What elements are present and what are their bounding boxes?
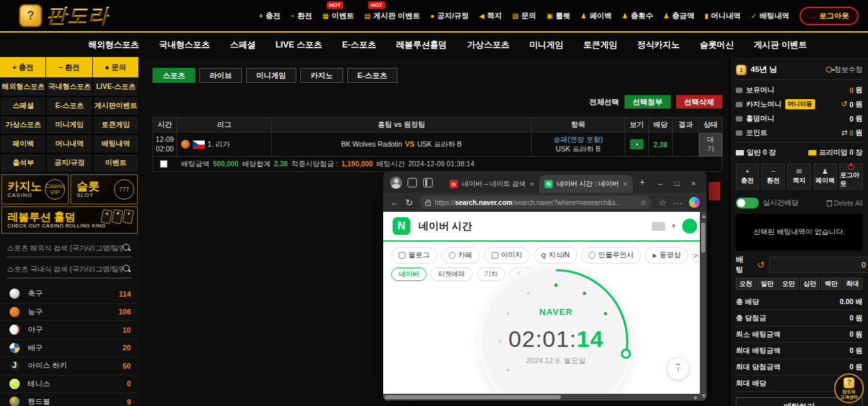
sidebar-item-payback[interactable]: 페이백 [0, 134, 46, 153]
top-menu-money-history[interactable]: ▮머니내역 [705, 11, 741, 21]
chevron-down-icon[interactable]: ▼ [671, 223, 677, 229]
workspaces-icon[interactable] [408, 178, 417, 187]
tab-close-icon[interactable]: × [623, 180, 627, 188]
sidebar-item-special[interactable]: 스페셜 [0, 96, 46, 115]
swap-icon[interactable]: ⇄ [841, 128, 847, 137]
tab-live[interactable]: 라이브 [199, 68, 242, 83]
sidebar-item-bet-history[interactable]: 배팅내역 [93, 134, 139, 153]
sidebar-inquiry-button[interactable]: ●문의 [93, 57, 139, 77]
keyboard-icon[interactable] [652, 222, 665, 231]
back-icon[interactable]: ← [390, 198, 399, 208]
top-menu-notice[interactable]: ●공지/규정 [430, 11, 469, 21]
sports-item-baseball[interactable]: 야구10 [0, 321, 139, 339]
holdem-banner[interactable]: 레볼루션 홀덤 CHECK OUT CASINO ROLLING KING ♠♥… [1, 206, 138, 234]
sidebar-item-virtual[interactable]: 가상스포츠 [0, 115, 46, 134]
search-icon[interactable] [123, 265, 131, 273]
nav-board-event[interactable]: 게시판 이벤트 [753, 39, 806, 51]
charge-button[interactable]: +충전 [736, 164, 759, 189]
close-button[interactable]: × [692, 179, 696, 187]
domestic-search-input[interactable] [7, 265, 123, 273]
money-move-button[interactable]: 머니이동 [785, 99, 815, 109]
top-menu-board-event[interactable]: HOT▤게시판 이벤트 [364, 11, 420, 21]
browser-popup-window[interactable]: n 네이버 – 네이트 검색 × N 네이버 시간 : 네이버 × + – □ … [383, 171, 707, 401]
nav-esports[interactable]: E-스포츠 [342, 39, 376, 51]
exchange-button[interactable]: −환전 [762, 164, 785, 189]
top-menu-event[interactable]: HOT▦이벤트 [323, 11, 354, 21]
nav-domestic-sports[interactable]: 국내형스포츠 [159, 39, 210, 51]
sidebar-item-esports[interactable]: E-스포츠 [46, 96, 92, 115]
top-menu-payback[interactable]: ♟페이백 [580, 11, 612, 21]
scroll-up-arrow[interactable] [702, 215, 706, 218]
sidebar-item-live[interactable]: LIVE-스포츠 [93, 77, 139, 96]
sports-item-basketball[interactable]: 농구106 [0, 303, 139, 322]
related-ticket[interactable]: 티켓예매 [431, 267, 473, 281]
search-icon[interactable] [123, 244, 131, 252]
tab-casino[interactable]: 카지노 [300, 68, 343, 83]
reset-icon[interactable]: ↺ [757, 259, 765, 270]
bet-amount-input[interactable] [769, 257, 868, 273]
chip-blog[interactable]: 블로그 [391, 247, 437, 263]
select-all-button[interactable]: 전체선택 [589, 97, 619, 107]
minimize-button[interactable]: – [658, 179, 663, 187]
nav-slot[interactable]: 슬롯머신 [700, 39, 734, 51]
scroll-down-arrow[interactable] [702, 394, 706, 398]
top-menu-roulette[interactable]: ▣룰렛 [547, 11, 570, 21]
eye-icon[interactable] [630, 139, 644, 149]
tab-layout-icon[interactable] [423, 178, 433, 187]
browser-profile-avatar[interactable] [390, 177, 402, 189]
sports-item-tennis[interactable]: 테니스0 [0, 375, 139, 394]
sports-item-soccer[interactable]: 축구114 [0, 285, 139, 303]
refresh-icon[interactable]: ↻ [406, 198, 413, 208]
bookmark-star-icon[interactable]: ☆ [639, 198, 646, 207]
quick-1000000-button[interactable]: 백만 [821, 278, 842, 290]
browser-tab-2-active[interactable]: N 네이버 시간 : 네이버 × [539, 175, 633, 193]
nav-minigame[interactable]: 미니게임 [530, 39, 564, 51]
sidebar-item-board-event[interactable]: 게시판이벤트 [93, 96, 139, 115]
naver-logo[interactable]: N [393, 217, 410, 235]
site-logo[interactable]: ? 판도라 [19, 2, 109, 30]
tab-close-icon[interactable]: × [530, 180, 534, 188]
quick-100000-button[interactable]: 십만 [800, 278, 821, 290]
sports-item-volleyball[interactable]: 배구20 [0, 339, 139, 358]
top-menu-message[interactable]: ◀쪽지 [479, 11, 502, 21]
sidebar-item-event[interactable]: 이벤트 [93, 153, 139, 172]
attach-selected-button[interactable]: 선택첨부 [625, 95, 671, 109]
top-menu-charge-count[interactable]: ♟충횟수 [622, 11, 653, 21]
payback-button[interactable]: ♟페이백 [814, 164, 837, 189]
horizontal-scrollbar[interactable] [383, 394, 700, 401]
sidebar-item-overseas[interactable]: 해외형스포츠 [0, 77, 46, 96]
status-badge[interactable]: 대기 [699, 133, 722, 156]
sidebar-item-attendance[interactable]: 출석부 [0, 153, 46, 172]
naver-search-button[interactable] [682, 219, 697, 234]
sports-item-handball[interactable]: 핸드볼9 [0, 393, 139, 406]
tab-sports[interactable]: 스포츠 [153, 68, 195, 83]
scroll-top-button[interactable]: ↑ [667, 357, 690, 380]
scroll-right-arrow[interactable] [694, 396, 698, 400]
collections-icon[interactable]: ☆ [658, 198, 667, 208]
logout-button[interactable]: →로그아웃 [800, 7, 859, 25]
top-menu-inquiry[interactable]: ▨문의 [512, 11, 536, 21]
customer-center-button[interactable]: ? 판도라고객센터 [834, 373, 864, 403]
related-naver[interactable]: 네이버 [391, 267, 427, 281]
nav-token-game[interactable]: 토큰게임 [583, 39, 617, 51]
chip-video[interactable]: ▶동영상 [645, 247, 688, 263]
tab-minigame[interactable]: 미니게임 [246, 68, 296, 83]
casino-banner[interactable]: 카지노 CASINO Casino VIP [1, 174, 68, 204]
browser-titlebar[interactable]: n 네이버 – 네이트 검색 × N 네이버 시간 : 네이버 × + – □ … [383, 171, 707, 193]
browser-tab-1[interactable]: n 네이버 – 네이트 검색 × [444, 175, 539, 193]
nav-holdem[interactable]: 레볼루션홀덤 [396, 39, 447, 51]
top-menu-exchange[interactable]: −환전 [291, 11, 313, 21]
chips-next-button[interactable]: > [692, 247, 698, 263]
nav-virtual-sports[interactable]: 가상스포츠 [467, 39, 510, 51]
logout-button-side[interactable]: 로그아웃 [840, 164, 863, 189]
sidebar-item-money-history[interactable]: 머니내역 [46, 134, 92, 153]
more-options-icon[interactable]: ··· [673, 198, 682, 208]
maximize-button[interactable]: □ [675, 179, 679, 187]
message-button[interactable]: ✉쪽지 [787, 164, 810, 189]
slot-banner[interactable]: 슬롯 SLOT 777 [71, 174, 138, 204]
copilot-icon[interactable] [689, 197, 700, 208]
nav-casino[interactable]: 정식카지노 [637, 39, 680, 51]
naver-search-query[interactable]: 네이버 시간 [418, 220, 472, 233]
url-bar[interactable]: https://search.naver.com/search.naver?wh… [420, 196, 652, 209]
bet-checkbox[interactable] [160, 160, 167, 168]
